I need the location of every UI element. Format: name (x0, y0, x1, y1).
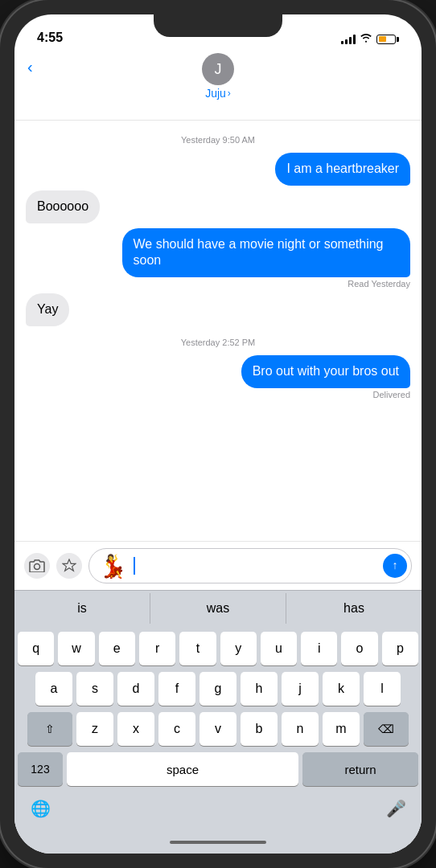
input-wrapper: 💃 ↑ (88, 548, 412, 583)
send-arrow-icon: ↑ (393, 559, 398, 571)
shift-key[interactable]: ⇧ (27, 712, 72, 746)
bubble-sent-3: Bro out with your bros out (241, 355, 410, 388)
message-sent-3: Bro out with your bros out Delivered (241, 355, 410, 399)
key-l[interactable]: l (364, 672, 401, 706)
autocomplete-has[interactable]: has (286, 593, 422, 624)
key-r[interactable]: r (139, 632, 175, 665)
key-g[interactable]: g (199, 672, 237, 706)
messages-area: Yesterday 9:50 AM I am a heartbreaker Bo… (14, 121, 422, 541)
home-indicator (14, 831, 422, 854)
contact-avatar[interactable]: J (202, 53, 234, 85)
microphone-button[interactable]: 🎤 (380, 792, 412, 825)
autocomplete-bar: is was has (14, 590, 422, 625)
key-d[interactable]: d (117, 672, 154, 706)
key-a[interactable]: a (35, 672, 72, 706)
home-bar (170, 841, 266, 844)
svg-point-0 (35, 564, 40, 570)
key-q[interactable]: q (18, 632, 54, 665)
phone-screen: 4:55 (14, 14, 422, 854)
keyboard-keys: q w e r t y u i o p a s d f g (14, 625, 422, 789)
key-row-4: 123 space return (18, 752, 418, 786)
autocomplete-was[interactable]: was (150, 593, 286, 624)
back-button[interactable]: ‹ (27, 58, 33, 76)
key-row-3: ⇧ z x c v b n m ⌫ (18, 712, 418, 746)
key-e[interactable]: e (99, 632, 135, 665)
send-button[interactable]: ↑ (383, 554, 407, 578)
key-m[interactable]: m (323, 712, 360, 746)
bubble-received-1: Boooooo (26, 190, 100, 223)
delete-key[interactable]: ⌫ (364, 712, 409, 746)
emoji-sticker: 💃 (99, 553, 127, 579)
key-x[interactable]: x (117, 712, 154, 746)
key-j[interactable]: j (282, 672, 319, 706)
timestamp-1: Yesterday 9:50 AM (26, 135, 410, 145)
key-i[interactable]: i (301, 632, 337, 665)
nav-header: ‹ J Juju › (14, 50, 422, 121)
battery-icon (376, 35, 399, 44)
keyboard: is was has q w e r t y u i o p (14, 590, 422, 854)
timestamp-2: Yesterday 2:52 PM (26, 338, 410, 347)
key-p[interactable]: p (382, 632, 418, 665)
return-key[interactable]: return (302, 752, 418, 786)
contact-name[interactable]: Juju › (205, 87, 231, 100)
key-t[interactable]: t (179, 632, 216, 665)
appstore-button[interactable] (56, 553, 82, 579)
key-c[interactable]: c (158, 712, 195, 746)
message-input[interactable]: 💃 (88, 548, 412, 583)
message-received-2: Yay (26, 293, 69, 326)
space-key[interactable]: space (67, 752, 298, 786)
text-cursor (134, 557, 135, 575)
key-u[interactable]: u (261, 632, 297, 665)
status-icons (341, 33, 399, 45)
phone-frame: 4:55 (0, 0, 436, 868)
contact-chevron: › (228, 88, 231, 99)
read-receipt: Read Yesterday (348, 279, 410, 289)
key-v[interactable]: v (199, 712, 237, 746)
key-z[interactable]: z (76, 712, 113, 746)
keyboard-bottom: 🌐 🎤 (14, 789, 422, 831)
bubble-sent-2: We should have a movie night or somethin… (122, 228, 411, 278)
message-sent-2: We should have a movie night or somethin… (122, 228, 411, 289)
delivered-label: Delivered (373, 390, 410, 399)
input-area: 💃 ↑ (14, 541, 422, 590)
globe-button[interactable]: 🌐 (24, 792, 56, 825)
message-received-1: Boooooo (26, 190, 100, 223)
camera-button[interactable] (24, 553, 50, 579)
key-w[interactable]: w (58, 632, 94, 665)
key-n[interactable]: n (282, 712, 319, 746)
wifi-icon (360, 33, 372, 45)
key-row-1: q w e r t y u i o p (18, 632, 418, 665)
key-row-2: a s d f g h j k l (18, 672, 418, 706)
status-time: 4:55 (37, 31, 63, 45)
key-o[interactable]: o (341, 632, 377, 665)
key-k[interactable]: k (323, 672, 360, 706)
message-sent-1: I am a heartbreaker (275, 153, 410, 186)
bubble-sent-1: I am a heartbreaker (275, 153, 410, 186)
numbers-key[interactable]: 123 (18, 752, 63, 786)
key-s[interactable]: s (76, 672, 113, 706)
key-b[interactable]: b (241, 712, 278, 746)
bubble-received-2: Yay (26, 293, 69, 326)
key-h[interactable]: h (241, 672, 278, 706)
key-f[interactable]: f (158, 672, 195, 706)
notch (154, 14, 282, 37)
signal-icon (341, 35, 356, 44)
autocomplete-is[interactable]: is (14, 593, 150, 624)
key-y[interactable]: y (220, 632, 257, 665)
